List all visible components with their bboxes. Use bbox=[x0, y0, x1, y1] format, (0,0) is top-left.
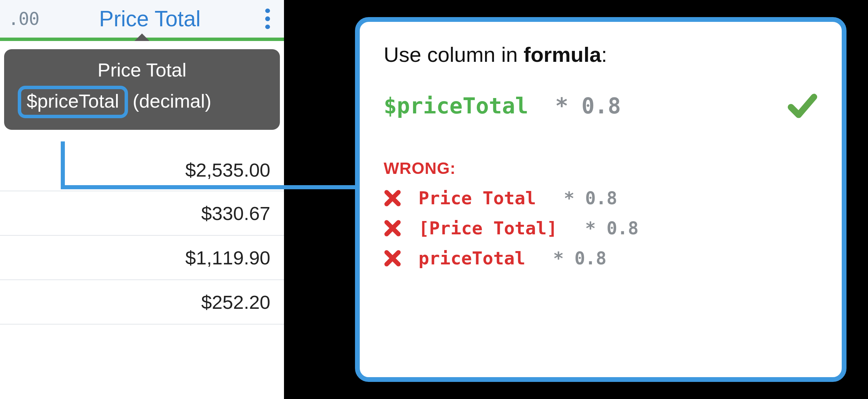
wrong-expression-bad: [Price Total] bbox=[418, 218, 557, 238]
tooltip-title: Price Total bbox=[18, 59, 266, 81]
wrong-example: priceTotal * 0.8 bbox=[384, 248, 818, 269]
kebab-dot-icon bbox=[265, 25, 270, 29]
cross-icon bbox=[384, 249, 401, 267]
kebab-dot-icon bbox=[265, 16, 270, 21]
callout-heading: Use column in formula: bbox=[384, 42, 818, 67]
checkmark-icon bbox=[787, 91, 818, 121]
cross-icon bbox=[384, 219, 401, 237]
tooltip-arrow-icon bbox=[134, 33, 150, 41]
correct-identifier: $priceTotal bbox=[384, 93, 528, 119]
wrong-expression-rest: * 0.8 bbox=[542, 248, 607, 269]
table-cell[interactable]: $252.20 bbox=[0, 280, 284, 325]
decimal-type-icon: .00 bbox=[8, 9, 39, 29]
column-identifier: $priceTotal bbox=[18, 86, 128, 118]
wrong-expression-rest: * 0.8 bbox=[574, 218, 639, 238]
wrong-example: [Price Total] * 0.8 bbox=[384, 218, 818, 238]
correct-expression-rest: * 0.8 bbox=[542, 93, 621, 119]
column-header[interactable]: .00 Price Total bbox=[0, 0, 284, 41]
wrong-label: WRONG: bbox=[384, 159, 818, 178]
tooltip-identifier-row: $priceTotal (decimal) bbox=[18, 86, 266, 118]
table-cell[interactable]: $330.67 bbox=[0, 191, 284, 236]
wrong-expression-rest: * 0.8 bbox=[553, 188, 617, 208]
correct-example: $priceTotal * 0.8 bbox=[384, 91, 818, 121]
cross-icon bbox=[384, 189, 401, 207]
callout-heading-post: : bbox=[601, 43, 607, 66]
callout-heading-bold: formula bbox=[524, 43, 601, 66]
wrong-expression-bad: priceTotal bbox=[418, 248, 525, 269]
kebab-dot-icon bbox=[265, 9, 270, 13]
column-menu-button[interactable] bbox=[261, 9, 274, 29]
column-title: Price Total bbox=[39, 6, 261, 31]
column-type-label: (decimal) bbox=[133, 90, 211, 112]
column-tooltip: Price Total $priceTotal (decimal) bbox=[4, 49, 280, 130]
column-panel: .00 Price Total $2,535.00 $330.67 $1,119… bbox=[0, 0, 284, 399]
wrong-expression-bad: Price Total bbox=[418, 188, 536, 208]
table-cell[interactable]: $1,119.90 bbox=[0, 236, 284, 280]
formula-usage-callout: Use column in formula: $priceTotal * 0.8… bbox=[355, 17, 846, 382]
callout-heading-pre: Use column in bbox=[384, 43, 524, 66]
wrong-example: Price Total * 0.8 bbox=[384, 188, 818, 208]
